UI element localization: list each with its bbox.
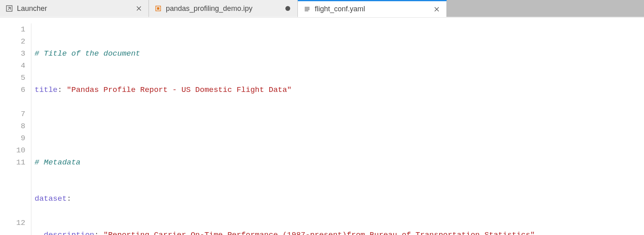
- tab-label: Launcher: [17, 4, 131, 13]
- line-number: [0, 193, 25, 205]
- line-number: 11: [0, 156, 25, 168]
- line-number: [0, 96, 25, 108]
- yaml-key: dataset: [35, 194, 67, 203]
- yaml-key: description: [44, 231, 94, 235]
- line-number: [0, 205, 25, 217]
- yaml-string: "Pandas Profile Report - US Domestic Fli…: [67, 85, 292, 94]
- line-number: 7: [0, 108, 25, 120]
- line-number: 12: [0, 217, 25, 229]
- tab-launcher[interactable]: Launcher: [0, 0, 149, 17]
- file-icon: [303, 6, 311, 13]
- line-number-gutter: 123456 7891011 12: [0, 23, 31, 235]
- yaml-comment: # Title of the document: [35, 49, 140, 58]
- yaml-string: "Reporting Carrier On-Time Performance (…: [103, 231, 535, 235]
- close-icon[interactable]: [433, 5, 441, 13]
- line-number: 8: [0, 120, 25, 132]
- code-area[interactable]: # Title of the document title: "Pandas P…: [31, 23, 644, 235]
- tab-yaml[interactable]: flight_conf.yaml: [298, 0, 447, 17]
- launcher-icon: [6, 5, 13, 12]
- tab-notebook[interactable]: pandas_profiling_demo.ipy: [149, 0, 298, 17]
- line-number: 4: [0, 60, 25, 72]
- yaml-key: title: [35, 85, 58, 94]
- dirty-indicator-icon[interactable]: [284, 4, 292, 12]
- editor: 123456 7891011 12 # Title of the documen…: [0, 17, 644, 235]
- line-number: 10: [0, 144, 25, 156]
- line-number: 3: [0, 48, 25, 60]
- line-number: 9: [0, 132, 25, 144]
- tab-label: flight_conf.yaml: [315, 5, 429, 13]
- yaml-comment: # Metadata: [35, 158, 80, 167]
- line-number: [0, 168, 25, 181]
- notebook-icon: [155, 5, 162, 12]
- line-number: 1: [0, 23, 25, 35]
- close-icon[interactable]: [135, 4, 143, 12]
- line-number: 2: [0, 35, 25, 48]
- line-number: [0, 181, 25, 193]
- line-number: 5: [0, 72, 25, 84]
- tab-bar: Launcher pandas_profiling_demo.ipy fligh…: [0, 0, 644, 17]
- line-number: 6: [0, 84, 25, 96]
- tab-label: pandas_profiling_demo.ipy: [166, 4, 280, 13]
- svg-rect-2: [157, 7, 159, 10]
